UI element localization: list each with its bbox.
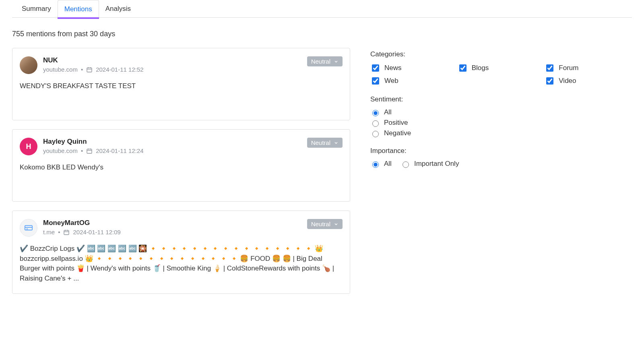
checkbox-label: Forum (559, 64, 578, 72)
mention-source: youtube.com (43, 66, 78, 73)
mention-body: ✔️ BozzCrip Logs ✔️ 🔤 🔤 🔤 🔤 🔤 🎇 🔸 🔸 🔸 🔸 … (20, 244, 343, 284)
sentiment-value: Neutral (311, 58, 330, 65)
sentiment-dropdown[interactable]: Neutral (307, 219, 343, 229)
radio[interactable] (372, 161, 379, 168)
tab-analysis[interactable]: Analysis (99, 0, 137, 17)
mention-author[interactable]: MoneyMartOG (43, 219, 121, 227)
mention-author[interactable]: NUK (43, 56, 144, 64)
separator-dot: • (81, 66, 83, 73)
checkbox[interactable] (546, 64, 553, 72)
sentiment-positive[interactable]: Positive (370, 119, 632, 127)
category-web[interactable]: Web (370, 76, 458, 86)
radio-label: All (384, 108, 392, 116)
radio[interactable] (372, 131, 379, 137)
checkbox-label: Web (384, 77, 398, 85)
radio[interactable] (372, 120, 379, 127)
sentiment-negative[interactable]: Negative (370, 129, 632, 137)
tab-summary[interactable]: Summary (15, 0, 58, 17)
checkbox[interactable] (546, 77, 553, 85)
category-video[interactable]: Video (545, 76, 632, 86)
sentiment-all[interactable]: All (370, 108, 632, 116)
mention-timestamp: 2024-01-11 12:24 (96, 147, 143, 154)
chevron-down-icon (334, 140, 339, 145)
mentions-list: NUK youtube.com • 2024-01-11 12:52 Neutr… (12, 48, 350, 303)
category-blogs[interactable]: Blogs (458, 63, 545, 73)
mention-meta: t.me • 2024-01-11 12:09 (43, 229, 121, 235)
separator-dot: • (81, 147, 83, 154)
sentiment-value: Neutral (311, 221, 330, 227)
categories-filter: Categories: News Blogs Forum Web (370, 50, 632, 86)
mention-author[interactable]: Hayley Quinn (43, 138, 144, 146)
calendar-icon (63, 229, 70, 235)
mention-meta: youtube.com • 2024-01-11 12:24 (43, 147, 144, 154)
avatar (20, 219, 37, 237)
mention-body: WENDY'S BREAKFAST TASTE TEST (20, 81, 343, 91)
radio[interactable] (402, 161, 409, 168)
card-icon (24, 223, 33, 232)
summary-line: 755 mentions from past 30 days (12, 30, 632, 38)
mention-card: NUK youtube.com • 2024-01-11 12:52 Neutr… (12, 48, 350, 120)
avatar (20, 56, 37, 74)
tab-mentions[interactable]: Mentions (58, 0, 99, 18)
sentiment-title: Sentiment: (370, 95, 632, 103)
category-forum[interactable]: Forum (545, 63, 632, 73)
calendar-icon (86, 148, 93, 154)
tab-bar: Summary Mentions Analysis (12, 0, 632, 18)
svg-rect-0 (87, 68, 92, 72)
importance-title: Importance: (370, 147, 632, 155)
avatar: H (20, 138, 37, 155)
filters-panel: Categories: News Blogs Forum Web (370, 48, 632, 180)
radio[interactable] (372, 110, 379, 116)
mention-card: MoneyMartOG t.me • 2024-01-11 12:09 Neut… (12, 211, 350, 294)
checkbox[interactable] (372, 64, 379, 72)
chevron-down-icon (334, 222, 339, 227)
checkbox-label: Blogs (472, 64, 489, 72)
importance-important-only[interactable]: Important Only (400, 160, 459, 168)
mention-card: H Hayley Quinn youtube.com • 2024-01-11 … (12, 129, 350, 202)
mention-source: youtube.com (43, 147, 78, 154)
separator-dot: • (58, 229, 60, 235)
calendar-icon (86, 66, 93, 73)
mention-meta: youtube.com • 2024-01-11 12:52 (43, 66, 144, 73)
sentiment-value: Neutral (311, 139, 330, 146)
mention-timestamp: 2024-01-11 12:09 (73, 229, 120, 235)
chevron-down-icon (334, 59, 339, 64)
checkbox[interactable] (459, 64, 466, 72)
checkbox-label: Video (559, 77, 576, 85)
radio-label: Important Only (414, 160, 459, 168)
categories-title: Categories: (370, 50, 632, 58)
mention-body: Kokomo BKB LED Wendy's (20, 163, 343, 173)
checkbox[interactable] (372, 77, 379, 85)
svg-rect-4 (87, 149, 92, 153)
radio-label: Negative (384, 129, 411, 137)
checkbox-label: News (384, 64, 402, 72)
category-news[interactable]: News (370, 63, 458, 73)
mention-timestamp: 2024-01-11 12:52 (96, 66, 143, 73)
importance-filter: Importance: All Important Only (370, 147, 632, 170)
importance-all[interactable]: All (370, 160, 392, 168)
sentiment-dropdown[interactable]: Neutral (307, 138, 343, 148)
radio-label: Positive (384, 119, 408, 127)
sentiment-filter: Sentiment: All Positive Negative (370, 95, 632, 137)
sentiment-dropdown[interactable]: Neutral (307, 56, 343, 66)
svg-rect-11 (64, 230, 69, 235)
radio-label: All (384, 160, 392, 168)
mention-source: t.me (43, 229, 55, 235)
